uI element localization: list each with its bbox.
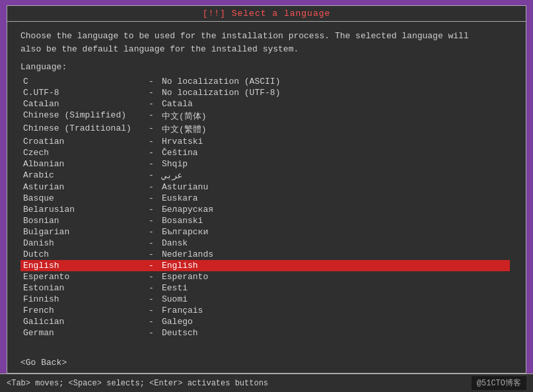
lang-dash: - — [149, 238, 162, 248]
lang-name: Nederlands — [162, 249, 507, 259]
lang-dash: - — [149, 205, 162, 214]
lang-name: Dansk — [162, 238, 507, 248]
lang-name: Français — [162, 306, 507, 315]
watermark: @51CTO博客 — [472, 376, 526, 390]
lang-name: Čeština — [162, 148, 507, 158]
lang-code: C — [23, 77, 149, 86]
language-list-item[interactable]: French- Français — [20, 305, 510, 316]
language-list-item[interactable]: C.UTF-8- No localization (UTF-8) — [20, 87, 510, 98]
lang-dash: - — [149, 99, 162, 109]
lang-code: Estonian — [23, 283, 149, 293]
lang-code: French — [23, 306, 149, 315]
language-list-item[interactable]: Czech- Čeština — [20, 147, 510, 158]
lang-dash: - — [149, 306, 162, 315]
lang-name: Eesti — [162, 283, 507, 293]
language-list-item[interactable]: Chinese (Traditional)- 中文(繁體) — [20, 123, 510, 136]
language-list-item[interactable]: German- Deutsch — [20, 327, 510, 339]
lang-name: Bosanski — [162, 216, 507, 226]
lang-name: No localization (ASCII) — [162, 77, 507, 86]
lang-name: 中文(简体) — [162, 110, 507, 122]
lang-dash: - — [149, 159, 162, 169]
language-list-item[interactable]: Bosnian- Bosanski — [20, 215, 510, 226]
lang-dash: - — [149, 283, 162, 293]
description: Choose the language to be used for the i… — [20, 30, 513, 55]
lang-code: Esperanto — [23, 272, 149, 282]
lang-code: Bulgarian — [23, 227, 149, 237]
language-list-item[interactable]: Bulgarian- Български — [20, 226, 510, 238]
lang-code: Chinese (Traditional) — [23, 123, 149, 135]
lang-code: Asturian — [23, 182, 149, 192]
language-list[interactable]: C- No localization (ASCII)C.UTF-8- No lo… — [20, 76, 513, 351]
lang-dash: - — [149, 272, 162, 282]
lang-code: Basque — [23, 193, 149, 203]
list-container: C- No localization (ASCII)C.UTF-8- No lo… — [20, 76, 513, 351]
lang-dash: - — [149, 317, 162, 327]
window-title: [!!] Select a language — [203, 9, 331, 18]
lang-code: Danish — [23, 238, 149, 248]
language-list-item[interactable]: Belarusian- Беларуская — [20, 204, 510, 215]
language-list-item[interactable]: Albanian- Shqip — [20, 158, 510, 170]
language-list-item[interactable]: Galician- Galego — [20, 316, 510, 327]
language-list-item[interactable]: Chinese (Simplified)- 中文(简体) — [20, 110, 510, 123]
lang-code: Dutch — [23, 249, 149, 259]
main-window: [!!] Select a language Choose the langua… — [7, 5, 526, 374]
language-list-item[interactable]: Danish- Dansk — [20, 238, 510, 249]
lang-dash: - — [149, 88, 162, 98]
lang-dash: - — [149, 328, 162, 338]
lang-code: Albanian — [23, 159, 149, 169]
lang-code: Belarusian — [23, 205, 149, 214]
lang-code: Czech — [23, 148, 149, 158]
lang-code: Bosnian — [23, 216, 149, 226]
lang-name: 中文(繁體) — [162, 123, 507, 135]
lang-code: Finnish — [23, 294, 149, 304]
lang-dash: - — [149, 170, 162, 181]
language-list-item[interactable]: Esperanto- Esperanto — [20, 271, 510, 282]
lang-dash: - — [149, 137, 162, 147]
language-list-item[interactable]: Arabic- عربي — [20, 170, 510, 181]
lang-dash: - — [149, 77, 162, 86]
lang-dash: - — [149, 182, 162, 192]
language-list-item[interactable]: Estonian- Eesti — [20, 282, 510, 294]
lang-name: Galego — [162, 317, 507, 327]
language-list-item[interactable]: Dutch- Nederlands — [20, 249, 510, 260]
lang-name: No localization (UTF-8) — [162, 88, 507, 98]
lang-dash: - — [149, 148, 162, 158]
lang-code: Arabic — [23, 170, 149, 181]
go-back-button[interactable]: <Go Back> — [20, 358, 513, 368]
lang-dash: - — [149, 249, 162, 259]
lang-dash: - — [149, 123, 162, 135]
language-list-item[interactable]: Croatian- Hrvatski — [20, 136, 510, 147]
lang-name: Suomi — [162, 294, 507, 304]
lang-name: Shqip — [162, 159, 507, 169]
lang-code: German — [23, 328, 149, 338]
language-list-item[interactable]: Asturian- Asturianu — [20, 181, 510, 193]
lang-name: عربي — [162, 170, 507, 181]
language-list-item[interactable]: Finnish- Suomi — [20, 294, 510, 305]
lang-name: Asturianu — [162, 182, 507, 192]
lang-code: Croatian — [23, 137, 149, 147]
lang-name: Euskara — [162, 193, 507, 203]
lang-name: Deutsch — [162, 328, 507, 338]
lang-dash: - — [149, 227, 162, 237]
lang-name: Català — [162, 99, 507, 109]
lang-name: Esperanto — [162, 272, 507, 282]
language-list-item[interactable]: English- English — [20, 260, 510, 271]
lang-dash: - — [149, 261, 162, 271]
language-list-item[interactable]: Basque- Euskara — [20, 193, 510, 204]
lang-code: C.UTF-8 — [23, 88, 149, 98]
lang-code: Chinese (Simplified) — [23, 110, 149, 122]
lang-dash: - — [149, 193, 162, 203]
content: Choose the language to be used for the i… — [7, 22, 526, 373]
lang-name: Български — [162, 227, 507, 237]
description-line1: Choose the language to be used for the i… — [20, 30, 513, 43]
language-label: Language: — [20, 62, 513, 72]
title-bar: [!!] Select a language — [7, 6, 526, 22]
lang-name: Беларуская — [162, 205, 507, 214]
lang-code: Galician — [23, 317, 149, 327]
language-list-item[interactable]: C- No localization (ASCII) — [20, 76, 510, 87]
lang-dash: - — [149, 294, 162, 304]
language-list-item[interactable]: Catalan- Català — [20, 98, 510, 110]
lang-dash: - — [149, 110, 162, 122]
lang-name: Hrvatski — [162, 137, 507, 147]
status-bar: <Tab> moves; <Space> selects; <Enter> ac… — [0, 374, 533, 392]
